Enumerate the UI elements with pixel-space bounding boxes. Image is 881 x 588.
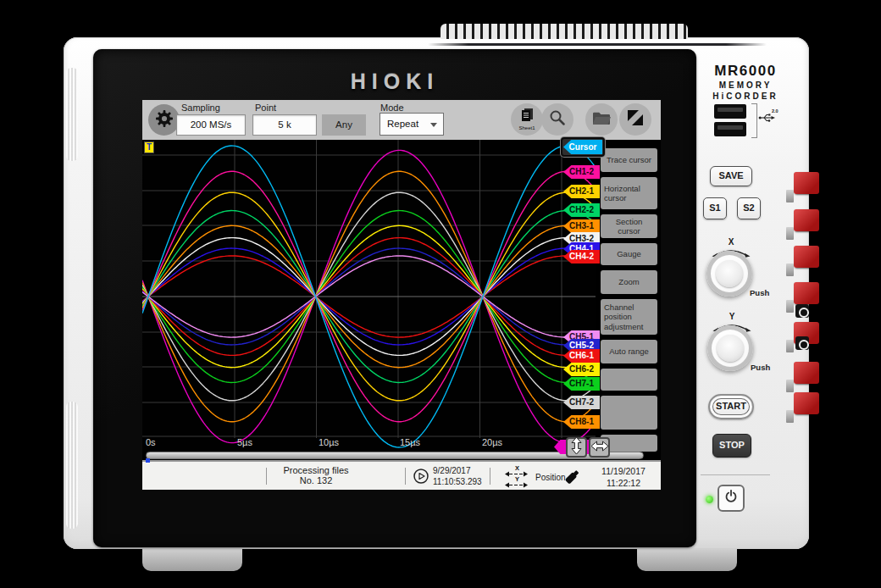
y-knob-push-label: Push xyxy=(751,363,770,372)
connector-tab xyxy=(786,410,794,423)
clock-time: 11:22:12 xyxy=(590,478,657,490)
input-connector xyxy=(794,172,819,194)
processing-status: Processing files No. 132 xyxy=(268,465,364,485)
model-subtitle-2: HiCORDER xyxy=(695,92,796,101)
panel-divider xyxy=(701,474,770,475)
y-knob[interactable] xyxy=(707,325,753,371)
brand-logo: HIOKI xyxy=(93,69,696,94)
processing-count: No. 132 xyxy=(268,475,364,485)
xy-position-icon: X Y xyxy=(505,464,530,488)
horizontal-scroll-button[interactable] xyxy=(589,437,610,458)
position-label: Position xyxy=(535,473,566,482)
file-open-button[interactable] xyxy=(585,103,618,136)
sampling-value-field[interactable]: 200 MS/s xyxy=(176,114,246,136)
power-led xyxy=(706,496,713,503)
scroll-position-tick xyxy=(146,458,150,463)
s1-button[interactable]: S1 xyxy=(703,197,727,219)
input-connector xyxy=(794,246,819,268)
cursor-button[interactable]: Cursor xyxy=(561,137,605,157)
search-icon xyxy=(548,108,567,130)
menu-button-zoom[interactable]: Zoom xyxy=(601,270,657,294)
gear-icon xyxy=(154,108,175,132)
model-subtitle-1: MEMORY xyxy=(695,80,796,90)
chevron-down-icon xyxy=(430,123,437,127)
connector-tab xyxy=(786,380,794,392)
menu-button-gauge[interactable]: Gauge xyxy=(601,243,657,265)
x-axis-tick: 15µs xyxy=(400,437,420,447)
clock-date: 11/19/2017 xyxy=(590,466,657,478)
bnc-connector xyxy=(795,304,809,318)
menu-button-auto-range[interactable]: Auto range xyxy=(601,340,657,363)
usb-version-label: 2.0 xyxy=(772,108,778,114)
separator xyxy=(266,468,267,485)
start-button[interactable]: START xyxy=(708,394,754,419)
sheet-button[interactable]: Sheet1 xyxy=(511,103,543,136)
menu-button-blank[interactable] xyxy=(601,396,657,430)
left-grip-ridges xyxy=(66,68,78,161)
folder-icon xyxy=(591,110,612,129)
trigger-marker: T xyxy=(144,141,154,153)
settings-button[interactable] xyxy=(148,104,180,136)
screen: Sampling 200 MS/s Point 5 k Any Mode Rep… xyxy=(142,100,661,490)
left-grip-ridges xyxy=(66,402,78,529)
menu-button-channel-position-adjustment[interactable]: Channel position adjustment xyxy=(601,299,657,335)
top-vent-grille xyxy=(440,24,688,39)
point-value-field[interactable]: 5 k xyxy=(252,114,317,136)
sheet-stack-icon xyxy=(519,108,535,126)
x-axis-tick: 10µs xyxy=(319,437,339,447)
processing-label: Processing files xyxy=(268,465,364,475)
input-connector xyxy=(794,209,819,231)
menu-button-trace-cursor[interactable]: Trace cursor xyxy=(601,148,657,172)
waveform-plot[interactable]: T 0s5µs10µs15µs20µs xyxy=(142,140,596,452)
fullscreen-button[interactable] xyxy=(619,103,651,136)
model-name: MR6000 xyxy=(695,63,796,80)
status-bar: Processing files No. 132 9/29/2017 11:10… xyxy=(142,460,661,490)
waveform-svg xyxy=(142,140,596,452)
usb-drive-icon xyxy=(562,466,583,490)
screen-bezel: HIOKI Sampling xyxy=(93,49,696,547)
search-button[interactable] xyxy=(541,103,573,136)
x-axis-tick: 20µs xyxy=(482,437,502,447)
diagonal-resize-icon xyxy=(624,107,646,132)
mode-select[interactable]: Repeat xyxy=(380,113,444,136)
trigger-play-icon xyxy=(413,468,429,488)
save-button[interactable]: SAVE xyxy=(710,166,752,186)
input-connector xyxy=(794,362,819,384)
menu-button-blank[interactable] xyxy=(601,369,657,391)
power-button[interactable] xyxy=(718,485,745,512)
sheet-button-label: Sheet1 xyxy=(518,125,535,130)
vertical-scroll-button[interactable] xyxy=(566,437,587,458)
x-knob-push-label: Push xyxy=(750,288,769,297)
connector-tab xyxy=(786,227,794,240)
usb-port-2 xyxy=(714,122,746,136)
any-button[interactable]: Any xyxy=(322,114,366,136)
toolbar: Sampling 200 MS/s Point 5 k Any Mode Rep… xyxy=(142,100,661,140)
input-connector xyxy=(794,392,819,414)
separator xyxy=(405,468,406,485)
system-clock: 11/19/2017 11:22:12 xyxy=(590,466,657,489)
trigger-time: 11:10:53.293 xyxy=(433,476,482,487)
trigger-timestamp: 9/29/2017 11:10:53.293 xyxy=(433,465,482,487)
bnc-connector xyxy=(795,336,809,350)
top-seam xyxy=(428,43,767,46)
connector-tab xyxy=(786,340,794,352)
trigger-date: 9/29/2017 xyxy=(433,465,482,476)
cursor-button-label: Cursor xyxy=(563,140,602,154)
left-right-arrow-icon xyxy=(591,440,608,455)
point-label: Point xyxy=(255,103,276,113)
usb-port-1 xyxy=(714,104,746,119)
x-axis-tick: 5µs xyxy=(237,437,252,447)
usb-symbol-icon xyxy=(758,112,775,127)
right-menu: Trace cursorHorizontal cursorSection cur… xyxy=(597,140,661,452)
separator xyxy=(490,468,490,485)
connector-tab xyxy=(786,190,794,202)
mode-label: Mode xyxy=(380,103,404,113)
connector-tab xyxy=(786,300,794,313)
device-body: HIOKI Sampling xyxy=(64,37,809,549)
menu-button-horizontal-cursor[interactable]: Horizontal cursor xyxy=(601,177,657,209)
s2-button[interactable]: S2 xyxy=(737,197,761,219)
menu-button-section-cursor[interactable]: Section cursor xyxy=(601,214,657,238)
x-knob[interactable] xyxy=(706,251,752,297)
stop-button[interactable]: STOP xyxy=(712,434,751,458)
connector-tab xyxy=(786,263,794,276)
